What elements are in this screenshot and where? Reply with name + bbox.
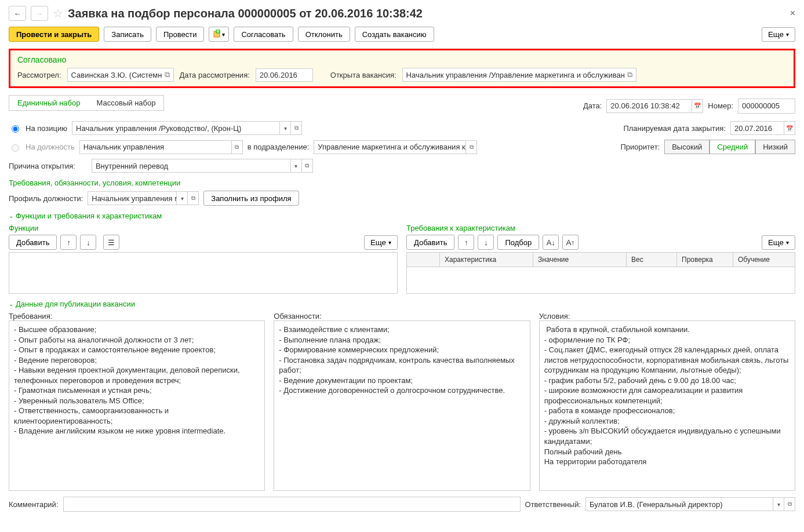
svg-rect-1 xyxy=(216,30,220,33)
fill-from-profile-button[interactable]: Заполнить из профиля xyxy=(203,191,299,206)
nav-back-button[interactable]: ← xyxy=(9,6,26,21)
calendar-icon[interactable]: 📅 xyxy=(784,122,795,134)
col-characteristic[interactable]: Характеристика xyxy=(440,253,533,267)
chevron-down-icon: ⌄ xyxy=(9,213,13,219)
add-characteristic-button[interactable]: Добавить xyxy=(406,235,454,250)
select-button[interactable]: Подбор xyxy=(497,235,539,250)
grid-header: Характеристика Значение Вес Проверка Обу… xyxy=(407,253,795,267)
save-button[interactable]: Записать xyxy=(104,27,151,42)
characteristics-grid[interactable]: Характеристика Значение Вес Проверка Обу… xyxy=(406,252,795,294)
number-label: Номер: xyxy=(708,101,733,110)
approval-panel: Согласовано Рассмотрел: Савинская З.Ю. (… xyxy=(9,49,795,88)
to-dept-label: в подразделение: xyxy=(248,143,310,151)
to-job-label: На должность xyxy=(26,143,75,151)
to-position-radio[interactable] xyxy=(12,125,19,133)
favorite-star-icon[interactable]: ☆ xyxy=(53,6,63,20)
date-field[interactable]: 20.06.2016 10:38:42 📅 xyxy=(606,99,703,113)
close-icon[interactable]: × xyxy=(790,8,795,19)
open-ref-icon[interactable]: ⧉ xyxy=(627,70,632,79)
approval-status: Согласовано xyxy=(17,55,787,64)
col-value[interactable]: Значение xyxy=(533,253,627,267)
dropdown-icon[interactable]: ▾ xyxy=(290,159,301,172)
approve-button[interactable]: Согласовать xyxy=(234,27,293,42)
job-field[interactable]: Начальник управления ⧉ xyxy=(79,140,243,154)
functions-more-button[interactable]: Еще▾ xyxy=(364,235,398,250)
nav-forward-button[interactable]: → xyxy=(31,6,48,21)
reason-field[interactable]: Внутренний перевод ▾ ⧉ xyxy=(92,159,313,173)
post-button[interactable]: Провести xyxy=(156,27,205,42)
calendar-icon[interactable]: 📅 xyxy=(692,100,703,112)
functions-section-header[interactable]: ⌄ Функции и требования к характеристикам xyxy=(9,212,795,220)
requirements-section-title: Требования, обязанности, условия, компет… xyxy=(9,178,795,187)
recruitment-mode-tabs: Единичный набор Массовый набор xyxy=(9,95,164,111)
dropdown-icon[interactable]: ▾ xyxy=(176,192,187,205)
sort-asc-button[interactable]: A↓ xyxy=(543,235,559,250)
requirements-label: Требования: xyxy=(9,312,265,320)
plan-date-field[interactable]: 20.07.2016 📅 xyxy=(730,121,795,135)
open-ref-icon[interactable]: ⧉ xyxy=(165,70,170,79)
date-label: Дата: xyxy=(583,101,602,110)
move-down-button[interactable]: ↓ xyxy=(80,235,96,250)
profile-field[interactable]: Начальник управления ма ▾ ⧉ xyxy=(88,191,199,205)
tab-mass[interactable]: Массовый набор xyxy=(88,95,164,111)
characteristics-label: Требования к характеристикам xyxy=(406,224,795,232)
col-check[interactable]: Проверка xyxy=(677,253,733,267)
sort-desc-button[interactable]: A↑ xyxy=(562,235,579,250)
dropdown-icon[interactable]: ▾ xyxy=(279,122,290,134)
create-vacancy-button[interactable]: Создать вакансию xyxy=(355,27,434,42)
position-field[interactable]: Начальник управления /Руководство/, (Кро… xyxy=(72,121,302,135)
open-ref-icon[interactable]: ⧉ xyxy=(231,141,242,154)
open-ref-icon[interactable]: ⧉ xyxy=(290,122,301,134)
add-function-button[interactable]: Добавить xyxy=(9,235,57,250)
main-toolbar: Провести и закрыть Записать Провести ▾ С… xyxy=(9,27,795,42)
review-date-field[interactable]: 20.06.2016 xyxy=(256,68,313,82)
move-up-button[interactable]: ↑ xyxy=(60,235,77,250)
to-job-radio[interactable] xyxy=(12,144,19,152)
duties-textarea[interactable]: - Взаимодействие с клиентами; - Выполнен… xyxy=(274,320,530,491)
requirements-textarea[interactable]: - Высшее образование; - Опыт работы на а… xyxy=(9,320,265,491)
dropdown-icon[interactable]: ▾ xyxy=(773,498,784,511)
header-bar: ← → ☆ Заявка на подбор персонала 0000000… xyxy=(9,6,795,21)
responsible-label: Ответственный: xyxy=(525,500,581,509)
reason-label: Причина открытия: xyxy=(9,162,75,170)
reviewed-by-field[interactable]: Савинская З.Ю. (Системн ⧉ xyxy=(67,68,174,82)
conditions-textarea[interactable]: Работа в крупной, стабильной компании. -… xyxy=(539,320,795,491)
duties-label: Обязанности: xyxy=(274,312,530,320)
priority-medium[interactable]: Средний xyxy=(710,140,755,154)
footer: Комментарий: Ответственный: Булатов И.В.… xyxy=(9,497,795,512)
number-field[interactable]: 000000005 xyxy=(738,99,795,114)
open-ref-icon[interactable]: ⧉ xyxy=(465,141,476,154)
responsible-field[interactable]: Булатов И.В. (Генеральный директор) ▾ ⧉ xyxy=(585,497,795,511)
priority-label: Приоритет: xyxy=(620,143,660,151)
tab-single[interactable]: Единичный набор xyxy=(9,95,88,111)
functions-grid[interactable] xyxy=(9,252,398,294)
chars-more-button[interactable]: Еще▾ xyxy=(762,235,795,250)
conditions-label: Условия: xyxy=(539,312,795,320)
move-down-button[interactable]: ↓ xyxy=(478,235,494,250)
open-ref-icon[interactable]: ⧉ xyxy=(784,498,795,511)
list-button[interactable]: ☰ xyxy=(103,235,119,250)
vacancy-open-field[interactable]: Начальник управления /Управление маркети… xyxy=(402,68,636,82)
open-ref-icon[interactable]: ⧉ xyxy=(187,192,198,205)
profile-label: Профиль должности: xyxy=(9,194,83,203)
publication-section-header[interactable]: ⌄ Данные для публикации вакансии xyxy=(9,300,795,308)
more-button[interactable]: Еще▾ xyxy=(762,27,795,42)
priority-low[interactable]: Низкий xyxy=(755,140,795,154)
chevron-down-icon: ⌄ xyxy=(9,301,13,307)
reject-button[interactable]: Отклонить xyxy=(298,27,350,42)
col-weight[interactable]: Вес xyxy=(627,253,677,267)
post-and-close-button[interactable]: Провести и закрыть xyxy=(9,27,99,42)
dept-field[interactable]: Управление маркетинга и обслуживания кли… xyxy=(314,140,477,154)
comment-label: Комментарий: xyxy=(9,500,59,509)
comment-field[interactable] xyxy=(63,497,521,512)
priority-buttons: Высокий Средний Низкий xyxy=(664,140,795,154)
page-title: Заявка на подбор персонала 000000005 от … xyxy=(68,7,423,20)
create-from-button[interactable]: ▾ xyxy=(209,27,229,42)
plan-date-label: Планируемая дата закрытия: xyxy=(623,124,726,133)
priority-high[interactable]: Высокий xyxy=(664,140,710,154)
col-training[interactable]: Обучение xyxy=(733,253,795,267)
to-position-label: На позицию xyxy=(26,124,67,133)
open-ref-icon[interactable]: ⧉ xyxy=(301,159,312,172)
move-up-button[interactable]: ↑ xyxy=(458,235,474,250)
vacancy-open-label: Открыта вакансия: xyxy=(330,71,396,79)
